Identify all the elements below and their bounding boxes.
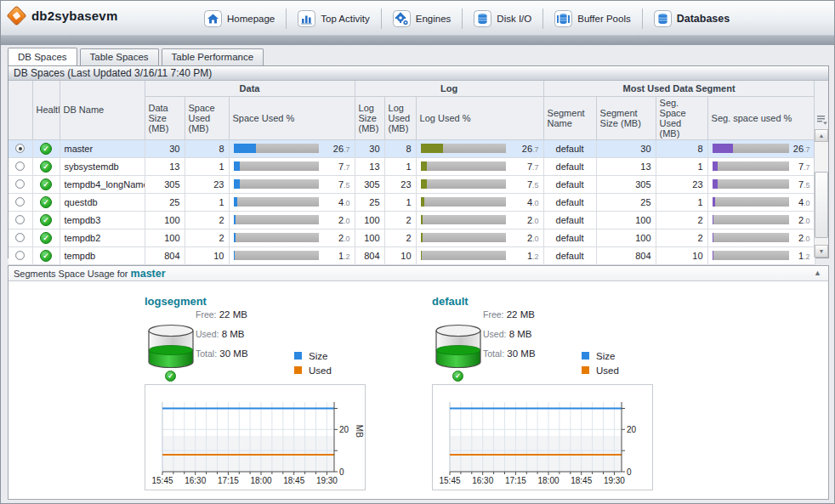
nav-label: Buffer Pools <box>577 14 630 24</box>
segment-usage-chart: 15:4516:3017:1518:0018:4519:30020MB <box>145 384 366 490</box>
table-row-questdb[interactable]: ✓questdb2514.02514.0default2514.0 <box>9 193 815 211</box>
nav-label: Engines <box>416 14 452 24</box>
data-size-cell: 13 <box>145 157 185 175</box>
table-row-tempdb4-longname[interactable]: ✓tempdb4_longName305237.5305237.5default… <box>9 175 815 193</box>
db-name-cell: sybsystemdb <box>60 157 145 175</box>
data-size-cell: 305 <box>145 175 185 193</box>
data-pct-bar-cell: 2.0 <box>229 211 355 229</box>
table-row-sybsystemdb[interactable]: ✓sybsystemdb1317.71317.7default1317.7 <box>9 157 815 175</box>
column-header-space-used-mb[interactable]: Space Used (MB) <box>185 96 229 139</box>
log-bar-track <box>421 179 506 189</box>
segment-size-cell: 25 <box>596 193 656 211</box>
free-label: Free: <box>483 309 504 320</box>
table-row-master[interactable]: ✓master30826.730826.7default30826.7 <box>9 139 815 157</box>
svg-text:18:00: 18:00 <box>537 476 559 485</box>
log-used-cell: 2 <box>384 229 416 246</box>
table-row-tempdb2[interactable]: ✓tempdb210022.010022.0default10022.0 <box>9 229 815 246</box>
column-header-log-size-mb[interactable]: Log Size (MB) <box>355 96 384 139</box>
db-name-cell: tempdb <box>60 246 145 264</box>
tab-table-performance[interactable]: Table Performance <box>162 48 264 65</box>
db-name-cell: tempdb2 <box>60 229 145 246</box>
health-ok-icon: ✓ <box>40 143 52 155</box>
databases-icon <box>654 10 672 27</box>
segment-name-cell: default <box>543 139 596 157</box>
svg-text:15:45: 15:45 <box>151 476 173 485</box>
svg-text:17:15: 17:15 <box>218 476 239 485</box>
total-value: 30 MB <box>507 348 535 359</box>
column-header-seg-space-used-mb[interactable]: Seg. Space Used (MB) <box>656 96 707 139</box>
segment-bar-fill <box>713 144 733 153</box>
data-size-cell: 804 <box>145 246 185 264</box>
column-chooser-icon[interactable] <box>815 113 828 126</box>
nav-item-top-activity[interactable]: Top Activity <box>287 6 381 31</box>
free-value: 22 MB <box>507 309 535 320</box>
column-header-seg-space-used[interactable]: Seg. space used % <box>707 96 815 139</box>
svg-text:20: 20 <box>339 425 349 434</box>
db-name-cell: tempdb3 <box>60 211 145 229</box>
data-bar-fill <box>234 161 241 171</box>
table-row-tempdb3[interactable]: ✓tempdb310022.010022.0default10022.0 <box>9 211 815 229</box>
log-pct-bar-cell: 26.7 <box>416 139 543 157</box>
table-row-tempdb[interactable]: ✓tempdb804101.2804101.2default804101.2 <box>9 246 815 264</box>
scroll-down-button[interactable]: ▼ <box>815 245 828 258</box>
row-radio-button[interactable] <box>15 161 25 171</box>
column-header-health[interactable]: Health <box>32 81 60 139</box>
log-size-cell: 30 <box>355 139 384 157</box>
data-pct-bar-cell: 26.7 <box>229 139 355 157</box>
svg-text:18:45: 18:45 <box>283 476 304 485</box>
data-bar-track <box>234 179 319 189</box>
selector-column-header <box>9 81 32 139</box>
segment-name-cell: default <box>543 211 596 229</box>
segment-size-cell: 100 <box>596 211 656 229</box>
line-chart: 15:4516:3017:1518:0018:4519:30020MB <box>145 385 365 490</box>
brand: db2sybasevm <box>9 8 117 23</box>
space-used-cell: 2 <box>185 229 229 246</box>
segment-name: default <box>432 295 672 308</box>
nav-label: Top Activity <box>321 14 370 24</box>
nav-item-buffer-pools[interactable]: Buffer Pools <box>543 6 641 31</box>
data-bar-fill <box>234 215 236 224</box>
row-radio-button[interactable] <box>15 144 25 153</box>
row-radio-button[interactable] <box>15 215 25 224</box>
used-label: Used: <box>196 329 219 339</box>
scroll-thumb[interactable] <box>815 172 828 238</box>
connection-title: db2sybasevm <box>31 8 117 23</box>
segments-panel-header: Segments Space Usage for master ▲ <box>9 266 828 281</box>
nav-item-engines[interactable]: Engines <box>382 6 463 31</box>
row-radio-button[interactable] <box>15 251 25 260</box>
log-bar-track <box>421 197 506 207</box>
segment-bar-track <box>713 144 789 153</box>
column-header-log-used[interactable]: Log Used % <box>416 96 543 139</box>
tab-table-spaces[interactable]: Table Spaces <box>80 48 159 65</box>
nav-item-databases[interactable]: Databases <box>643 6 741 31</box>
log-size-cell: 25 <box>355 193 384 211</box>
segment-used-cell: 2 <box>656 211 707 229</box>
scroll-up-button[interactable]: ▲ <box>815 129 828 142</box>
health-cell: ✓ <box>32 157 60 175</box>
log-bar-fill <box>421 251 422 260</box>
log-bar-fill <box>421 161 428 171</box>
row-radio-button[interactable] <box>15 233 25 242</box>
row-radio-button[interactable] <box>15 179 25 189</box>
row-radio-button[interactable] <box>15 197 25 207</box>
column-header-log-used-mb[interactable]: Log Used (MB) <box>384 96 416 139</box>
legend-used-swatch <box>294 366 302 374</box>
log-used-cell: 8 <box>384 139 416 157</box>
column-header-segment-size-mb[interactable]: Segment Size (MB) <box>596 96 656 139</box>
nav-item-disk-i-o[interactable]: Disk I/O <box>463 6 542 31</box>
segment-size-cell: 305 <box>596 175 656 193</box>
data-bar-fill <box>234 233 236 242</box>
column-header-db-name[interactable]: DB Name <box>60 81 145 139</box>
segment-used-cell: 10 <box>656 246 707 264</box>
column-header-space-used[interactable]: Space Used % <box>229 96 355 139</box>
segment-column-logsegment: logsegment Free: 22 MB Used: 8 MB Total:… <box>138 281 384 490</box>
column-header-data-size-mb[interactable]: Data Size (MB) <box>145 96 185 139</box>
column-header-segment-name[interactable]: Segment Name <box>543 96 596 139</box>
collapse-panel-icon[interactable]: ▲ <box>814 269 821 277</box>
health-ok-icon: ✓ <box>40 196 52 208</box>
space-used-cell: 1 <box>185 193 229 211</box>
log-bar-fill <box>421 197 424 207</box>
tab-db-spaces[interactable]: DB Spaces <box>8 48 77 65</box>
nav-item-homepage[interactable]: Homepage <box>193 6 286 31</box>
vertical-scrollbar[interactable]: ▲ ▼ <box>815 129 828 258</box>
